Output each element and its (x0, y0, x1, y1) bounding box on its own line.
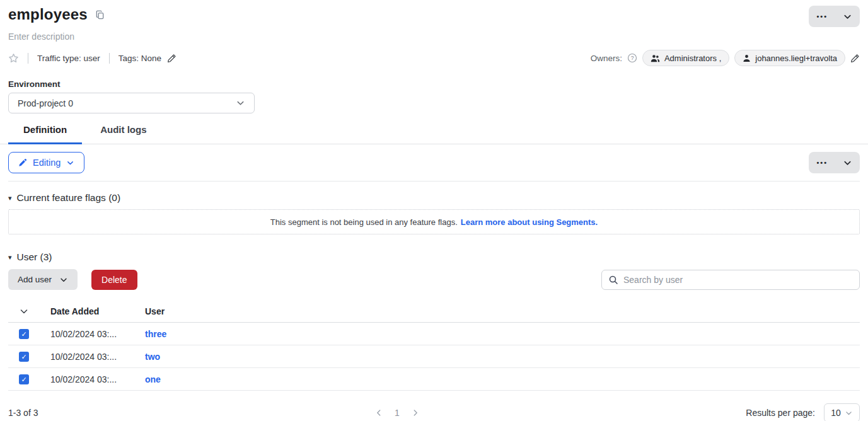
edit-tags-button[interactable] (167, 54, 176, 63)
owner-chip-administrators[interactable]: Administrators , (642, 50, 729, 66)
page-title: employees (8, 6, 88, 23)
triangle-down-icon: ▾ (8, 195, 12, 202)
divider (8, 181, 860, 182)
environment-label: Environment (8, 79, 860, 89)
ellipsis-icon: ••• (816, 13, 828, 20)
chevron-down-icon (843, 12, 852, 21)
definition-dropdown-button[interactable] (835, 152, 860, 173)
pagination: 1 (372, 407, 422, 419)
search-icon (608, 275, 618, 285)
pencil-icon (167, 54, 176, 63)
chevron-down-icon (236, 98, 245, 108)
users-table: Date Added User ✓ 10/02/2024 03:... thre… (8, 300, 860, 391)
results-per-page-value: 10 (831, 408, 841, 418)
date-added-cell: 10/02/2024 03:... (50, 352, 145, 362)
environment-select[interactable]: Prod-project 0 (8, 93, 255, 113)
previous-page-button[interactable] (372, 407, 386, 418)
add-user-label: Add user (18, 275, 52, 284)
tags-wrap: Tags: None (119, 54, 176, 63)
tab-bar: Definition Audit logs (0, 124, 868, 144)
environment-selected-value: Prod-project 0 (18, 98, 73, 108)
search-input[interactable] (623, 275, 853, 285)
copy-icon (95, 10, 105, 20)
owner-chip-user[interactable]: johannes.liegl+travolta (734, 50, 845, 66)
editing-mode-button[interactable]: Editing (8, 152, 84, 173)
description-placeholder[interactable]: Enter description (8, 32, 74, 42)
toolbar-row: Editing ••• (8, 152, 860, 173)
chevron-left-icon (374, 408, 383, 417)
table-row: ✓ 10/02/2024 03:... three (8, 323, 860, 345)
chevron-down-icon (843, 158, 852, 168)
results-range-label: 1-3 of 3 (8, 408, 38, 418)
chevron-down-icon (845, 409, 853, 417)
user-actions-row: Add user Delete (8, 269, 860, 290)
empty-message: This segment is not being used in any fe… (270, 217, 458, 227)
divider (109, 53, 110, 64)
select-all-dropdown[interactable] (19, 306, 50, 316)
table-header-row: Date Added User (8, 300, 860, 323)
page-number-button[interactable]: 1 (392, 407, 402, 419)
title-row: employees ••• (8, 6, 860, 27)
help-circle-icon: ? (627, 53, 637, 63)
user-section-title: User (3) (17, 251, 52, 263)
column-header-user: User (145, 306, 860, 316)
triangle-down-icon: ▾ (8, 254, 12, 261)
traffic-type-label: Traffic type: user (37, 54, 100, 63)
user-link[interactable]: one (145, 374, 161, 384)
star-icon (8, 53, 19, 64)
row-checkbox-checked[interactable]: ✓ (19, 352, 29, 362)
search-box (601, 270, 860, 290)
segments-docs-link[interactable]: Learn more about using Segments. (461, 217, 598, 227)
owners-row: Owners: ? Admi (591, 50, 860, 66)
pencil-icon (850, 54, 860, 63)
definition-actions-group: ••• (809, 152, 860, 173)
column-header-date-added: Date Added (50, 306, 145, 316)
date-added-cell: 10/02/2024 03:... (50, 374, 145, 384)
add-user-button[interactable]: Add user (8, 269, 78, 290)
copy-key-button[interactable] (94, 9, 106, 21)
feature-flags-empty-state: This segment is not being used in any fe… (8, 209, 860, 234)
title-group: employees (8, 6, 106, 23)
edit-owners-button[interactable] (850, 54, 860, 63)
feature-flags-section-title: Current feature flags (0) (17, 192, 121, 204)
user-link[interactable]: two (145, 352, 160, 362)
results-per-page-select[interactable]: 10 (824, 403, 860, 421)
table-row: ✓ 10/02/2024 03:... one (8, 368, 860, 391)
svg-text:?: ? (631, 55, 634, 61)
row-checkbox-checked[interactable]: ✓ (19, 374, 29, 384)
ellipsis-icon: ••• (816, 159, 828, 166)
owner-chip-label: johannes.liegl+travolta (755, 54, 837, 63)
results-per-page: Results per page: 10 (746, 403, 860, 421)
definition-more-button[interactable]: ••• (809, 152, 835, 173)
delete-button[interactable]: Delete (91, 270, 137, 290)
table-row: ✓ 10/02/2024 03:... two (8, 345, 860, 368)
header-dropdown-button[interactable] (835, 6, 860, 27)
favorite-star-button[interactable] (8, 53, 19, 64)
date-added-cell: 10/02/2024 03:... (50, 329, 145, 339)
user-link[interactable]: three (145, 329, 166, 339)
segment-page: employees ••• Enter description (0, 6, 868, 113)
table-footer: 1-3 of 3 1 Results per page: 10 (8, 400, 860, 421)
chevron-down-icon (19, 306, 29, 316)
results-per-page-label: Results per page: (746, 408, 815, 418)
divider (28, 53, 28, 64)
feature-flags-section-header[interactable]: ▾ Current feature flags (0) (8, 192, 120, 204)
meta-left: Traffic type: user Tags: None (8, 53, 176, 64)
editing-label: Editing (33, 158, 61, 168)
people-icon (651, 54, 660, 62)
tags-label: Tags: None (119, 54, 161, 63)
owners-help-button[interactable]: ? (627, 53, 637, 63)
user-section-header[interactable]: ▾ User (3) (8, 251, 52, 263)
pencil-icon (18, 158, 27, 167)
meta-row: Traffic type: user Tags: None Owners: (8, 50, 860, 66)
chevron-down-icon (66, 159, 74, 167)
header-actions-group: ••• (809, 6, 860, 27)
person-icon (743, 54, 751, 62)
chevron-down-icon (59, 275, 68, 284)
tab-definition[interactable]: Definition (8, 124, 82, 144)
header-more-button[interactable]: ••• (809, 6, 835, 27)
row-checkbox-checked[interactable]: ✓ (19, 329, 29, 339)
chevron-right-icon (411, 408, 420, 417)
next-page-button[interactable] (408, 407, 422, 418)
tab-audit-logs[interactable]: Audit logs (85, 124, 161, 144)
